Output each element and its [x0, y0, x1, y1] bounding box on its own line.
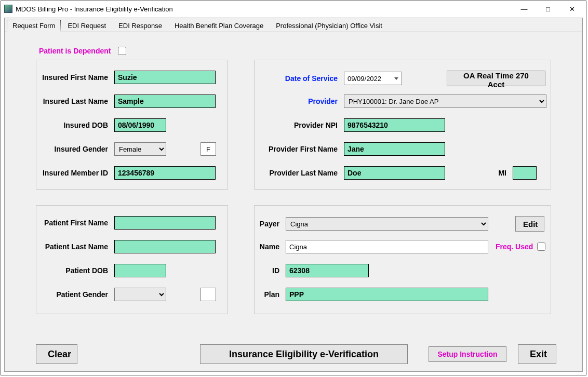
provider-first-name-input[interactable] — [344, 142, 445, 156]
window-minimize-button[interactable]: — — [512, 2, 536, 16]
provider-last-name-input[interactable] — [344, 166, 445, 180]
verify-button[interactable]: Insurance Eligibility e-Verification — [200, 344, 408, 364]
patient-dob-input[interactable] — [114, 264, 166, 277]
window-close-button[interactable]: ✕ — [560, 2, 584, 16]
patient-first-name-input[interactable] — [114, 216, 216, 230]
provider-npi-input[interactable] — [344, 118, 445, 132]
insured-first-name-label: Insured First Name — [36, 73, 114, 82]
insured-member-id-label: Insured Member ID — [36, 169, 114, 177]
provider-last-name-label: Provider Last Name — [255, 169, 344, 177]
tab-strip: Request Form EDI Request EDI Response He… — [7, 20, 389, 32]
payer-plan-label: Plan — [255, 290, 286, 299]
provider-select[interactable]: PHY100001: Dr. Jane Doe AP — [344, 95, 546, 108]
provider-mi-input[interactable] — [513, 166, 537, 180]
freq-used-label: Freq. Used — [496, 243, 533, 251]
insured-first-name-input[interactable] — [114, 71, 216, 84]
insured-gender-code-input[interactable] — [201, 142, 216, 156]
tab-request-form[interactable]: Request Form — [7, 20, 61, 32]
patient-gender-label: Patient Gender — [36, 290, 114, 299]
app-icon — [4, 5, 12, 13]
patient-dependent-checkbox[interactable] — [118, 47, 126, 55]
payer-label: Payer — [255, 220, 286, 228]
tab-health-benefit[interactable]: Health Benefit Plan Coverage — [169, 20, 269, 32]
patient-dependent-label: Patient is Dependent — [39, 47, 111, 55]
exit-button[interactable]: Exit — [518, 344, 556, 364]
clear-button[interactable]: Clear — [36, 344, 77, 364]
insured-last-name-input[interactable] — [114, 95, 216, 108]
payer-id-input[interactable] — [286, 264, 369, 277]
provider-npi-label: Provider NPI — [255, 121, 344, 129]
oa-realtime-button[interactable]: OA Real Time 270 Acct — [447, 71, 545, 86]
date-of-service-label: Date of Service — [255, 74, 344, 83]
payer-plan-input[interactable] — [286, 288, 488, 301]
payer-name-input[interactable] — [286, 240, 488, 253]
tab-edi-response[interactable]: EDI Response — [113, 20, 168, 32]
payer-select[interactable]: Cigna — [286, 217, 488, 231]
tab-office-visit[interactable]: Professional (Physician) Office Visit — [270, 20, 388, 32]
provider-label: Provider — [255, 97, 344, 105]
freq-used-checkbox[interactable] — [537, 243, 545, 251]
patient-gender-code-input[interactable] — [201, 288, 216, 301]
patient-first-name-label: Patient First Name — [36, 219, 114, 227]
insured-dob-label: Insured DOB — [36, 121, 114, 129]
payer-edit-button[interactable]: Edit — [515, 216, 544, 232]
insured-member-id-input[interactable] — [114, 166, 216, 180]
date-of-service-input[interactable]: 09/09/2022 — [344, 72, 402, 85]
patient-last-name-input[interactable] — [114, 240, 216, 253]
insured-last-name-label: Insured Last Name — [36, 97, 114, 105]
payer-name-label: Name — [255, 243, 286, 251]
insured-gender-select[interactable]: Female — [114, 142, 166, 156]
insured-dob-input[interactable] — [114, 118, 166, 132]
window-maximize-button[interactable]: □ — [536, 2, 560, 16]
insured-gender-label: Insured Gender — [36, 145, 114, 153]
payer-id-label: ID — [255, 266, 286, 275]
provider-mi-label: MI — [445, 169, 513, 177]
window-title: MDOS Billing Pro - Insurance Eligibility… — [16, 5, 512, 13]
tab-edi-request[interactable]: EDI Request — [62, 20, 112, 32]
patient-gender-select[interactable] — [114, 288, 166, 301]
patient-last-name-label: Patient Last Name — [36, 243, 114, 251]
setup-instruction-button[interactable]: Setup Instruction — [429, 346, 506, 362]
patient-dob-label: Patient DOB — [36, 266, 114, 275]
provider-first-name-label: Provider First Name — [255, 145, 344, 153]
